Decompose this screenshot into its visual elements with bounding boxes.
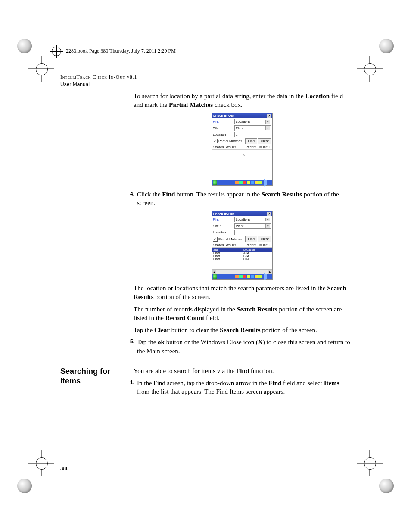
doc-subtitle: User Manual: [60, 81, 351, 87]
system-tray: [235, 181, 262, 184]
section-step-1: 1. In the Find screen, tap the drop-down…: [124, 379, 351, 396]
site-dropdown[interactable]: Plant▾: [234, 125, 271, 131]
search-results-label: Search Results: [213, 145, 236, 149]
running-header-text: 2283.book Page 380 Thursday, July 7, 201…: [66, 48, 176, 54]
find-dropdown[interactable]: Locations▾: [234, 217, 271, 222]
close-icon[interactable]: ×: [267, 114, 271, 118]
running-header: 2283.book Page 380 Thursday, July 7, 201…: [52, 47, 176, 56]
sip-icon[interactable]: [264, 179, 271, 187]
site-label: Site :: [213, 224, 234, 228]
checkbox-checked-icon: ✓: [213, 237, 218, 242]
find-button[interactable]: Find: [245, 138, 257, 144]
site-label: Site :: [213, 126, 234, 130]
chevron-down-icon[interactable]: ▾: [265, 126, 270, 130]
register-mark-icon: [13, 474, 36, 498]
partial-matches-checkbox[interactable]: ✓ Partial Matches: [213, 237, 242, 242]
taskbar: [212, 274, 272, 279]
page-number: 380: [60, 465, 69, 472]
results-area: Site Location PlantA1A PlantB1A PlantC1A: [212, 247, 272, 269]
step-5: 5. Tap the ok button or the Windows Clos…: [124, 338, 351, 355]
location-label: Location :: [213, 133, 234, 137]
start-icon[interactable]: [213, 274, 217, 279]
para-clear: Tap the Clear button to clear the Search…: [134, 326, 351, 334]
clear-button[interactable]: Clear: [258, 138, 271, 144]
find-label: Find: [213, 120, 234, 124]
pda-title: Check In-Out: [213, 212, 234, 216]
partial-matches-checkbox[interactable]: ✓ Partial Matches: [213, 139, 242, 143]
taskbar: [212, 180, 272, 185]
find-locations-screenshot-1: Check In-Out × Find Locations▾ Site : Pl…: [212, 113, 273, 186]
close-icon[interactable]: ×: [267, 212, 271, 216]
chevron-down-icon[interactable]: ▾: [265, 218, 270, 221]
column-header-site[interactable]: Site: [212, 248, 242, 252]
crop-line: [0, 69, 411, 69]
product-title: IntelliTrack Check In-Out v8.1: [60, 74, 351, 81]
section-intro: You are able to search for items via the…: [134, 367, 351, 375]
find-label: Find: [213, 218, 234, 221]
register-mark-icon: [13, 34, 36, 58]
horizontal-scrollbar[interactable]: ◂▸: [212, 269, 272, 274]
table-row[interactable]: PlantA1A: [212, 252, 272, 255]
clear-button[interactable]: Clear: [258, 236, 271, 242]
search-results-label: Search Results: [213, 243, 236, 247]
register-mark-icon: [375, 34, 398, 58]
sip-icon[interactable]: [264, 273, 271, 280]
column-header-location[interactable]: Location: [242, 248, 272, 252]
intro-paragraph: To search for location by a partial data…: [134, 92, 351, 109]
location-input[interactable]: 1: [234, 132, 271, 137]
find-locations-screenshot-2: Check In-Out × Find Locations▾ Site : Pl…: [212, 211, 273, 280]
location-label: Location :: [213, 230, 234, 234]
chevron-down-icon[interactable]: ▾: [265, 120, 270, 124]
crop-mark-icon: [28, 450, 54, 476]
checkbox-checked-icon: ✓: [213, 139, 218, 143]
crop-ring-icon: [52, 47, 61, 56]
site-dropdown[interactable]: Plant▾: [234, 223, 271, 229]
location-input[interactable]: [234, 230, 271, 235]
system-tray: [235, 275, 262, 278]
step-4: 4. Click the Find button. The results ap…: [124, 190, 351, 208]
results-area-empty: ↖: [212, 149, 272, 180]
table-row[interactable]: PlantB1A: [212, 255, 272, 258]
record-count: Record Count: 3: [246, 243, 272, 247]
chevron-down-icon[interactable]: ▾: [265, 224, 270, 228]
pda-title: Check In-Out: [213, 114, 234, 118]
register-mark-icon: [375, 474, 398, 498]
para-count: The number of records displayed in the S…: [134, 305, 351, 323]
para-match: The location or locations that match the…: [134, 284, 351, 302]
table-row[interactable]: PlantC1A: [212, 258, 272, 261]
crop-mark-icon: [357, 450, 383, 476]
start-icon[interactable]: [213, 180, 217, 185]
scroll-left-icon[interactable]: ◂: [212, 270, 216, 274]
find-dropdown[interactable]: Locations▾: [234, 119, 271, 124]
record-count: Record Count: 0: [246, 145, 272, 149]
find-button[interactable]: Find: [245, 236, 257, 242]
section-heading: Searching for Items: [60, 367, 125, 386]
cursor-icon: ↖: [242, 152, 246, 157]
